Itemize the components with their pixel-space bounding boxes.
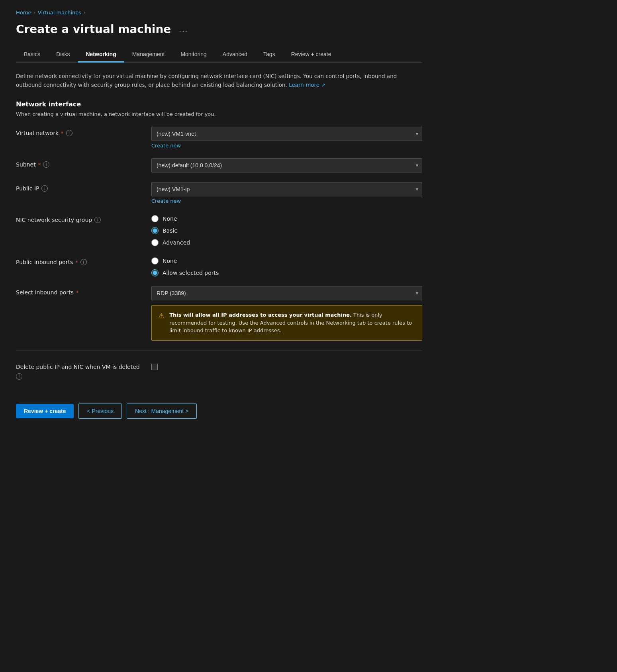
virtual-network-row: Virtual network * i (new) VM1-vnet ▾ Cre… xyxy=(16,127,422,149)
inbound-ports-select-wrapper: RDP (3389) ▾ xyxy=(151,286,422,300)
public-ip-create-new-link[interactable]: Create new xyxy=(151,198,422,204)
public-ip-row: Public IP i (new) VM1-ip ▾ Create new xyxy=(16,182,422,204)
virtual-network-control: (new) VM1-vnet ▾ Create new xyxy=(151,127,422,149)
review-create-button[interactable]: Review + create xyxy=(16,404,74,418)
subnet-info-icon[interactable]: i xyxy=(43,161,49,168)
nic-nsg-row: NIC network security group i None Basic … xyxy=(16,214,422,246)
public-inbound-ports-radio-group: None Allow selected ports xyxy=(151,256,422,276)
inbound-ports-none-option[interactable]: None xyxy=(151,257,422,264)
virtual-network-info-icon[interactable]: i xyxy=(66,130,72,136)
breadcrumb: Home › Virtual machines › xyxy=(16,10,422,16)
subnet-row: Subnet * i (new) default (10.0.0.0/24) ▾ xyxy=(16,158,422,172)
nic-nsg-basic-option[interactable]: Basic xyxy=(151,227,422,234)
inbound-ports-required: * xyxy=(75,259,78,265)
public-ip-select-wrapper: (new) VM1-ip ▾ xyxy=(151,182,422,196)
nic-nsg-basic-radio[interactable] xyxy=(151,227,159,234)
section-title: Network interface xyxy=(16,100,422,108)
inbound-ports-allow-label: Allow selected ports xyxy=(163,270,219,276)
learn-more-link[interactable]: Learn more ↗ xyxy=(289,82,326,88)
nic-nsg-radio-group: None Basic Advanced xyxy=(151,214,422,246)
breadcrumb-sep2: › xyxy=(84,10,85,15)
warning-text: This will allow all IP addresses to acce… xyxy=(169,311,415,335)
nic-nsg-label: NIC network security group i xyxy=(16,214,143,223)
previous-button[interactable]: < Previous xyxy=(78,404,122,419)
tab-disks[interactable]: Disks xyxy=(48,47,78,63)
subnet-select[interactable]: (new) default (10.0.0.0/24) xyxy=(151,158,422,172)
virtual-network-label: Virtual network * i xyxy=(16,127,143,136)
nic-nsg-none-radio[interactable] xyxy=(151,215,159,222)
breadcrumb-home[interactable]: Home xyxy=(16,10,31,16)
select-inbound-ports-control: RDP (3389) ▾ ⚠ This will allow all IP ad… xyxy=(151,286,422,341)
public-inbound-ports-info-icon[interactable]: i xyxy=(80,259,87,265)
inbound-ports-select[interactable]: RDP (3389) xyxy=(151,286,422,300)
divider xyxy=(16,350,422,351)
subnet-select-wrapper: (new) default (10.0.0.0/24) ▾ xyxy=(151,158,422,172)
breadcrumb-virtual-machines[interactable]: Virtual machines xyxy=(38,10,81,16)
tab-review-create[interactable]: Review + create xyxy=(283,47,339,63)
public-inbound-ports-row: Public inbound ports * i None Allow sele… xyxy=(16,256,422,276)
warning-icon: ⚠ xyxy=(158,312,165,320)
breadcrumb-sep1: › xyxy=(33,10,35,15)
tab-management[interactable]: Management xyxy=(124,47,173,63)
section-description: When creating a virtual machine, a netwo… xyxy=(16,111,422,117)
select-inbound-ports-label: Select inbound ports * xyxy=(16,286,143,296)
delete-public-ip-checkbox[interactable] xyxy=(151,364,158,370)
footer-actions: Review + create < Previous Next : Manage… xyxy=(16,396,422,419)
next-button[interactable]: Next : Management > xyxy=(127,404,197,419)
public-ip-label: Public IP i xyxy=(16,182,143,192)
required-indicator: * xyxy=(61,130,64,136)
public-inbound-ports-control: None Allow selected ports xyxy=(151,256,422,276)
tab-bar: Basics Disks Networking Management Monit… xyxy=(16,47,422,63)
delete-public-ip-row: Delete public IP and NIC when VM is dele… xyxy=(16,362,422,380)
delete-public-ip-info-icon[interactable]: i xyxy=(16,373,22,380)
delete-public-ip-label-container: Delete public IP and NIC when VM is dele… xyxy=(16,362,143,380)
subnet-required-indicator: * xyxy=(38,162,41,168)
nic-nsg-advanced-label: Advanced xyxy=(163,239,190,246)
nic-nsg-basic-label: Basic xyxy=(163,227,177,234)
delete-public-ip-control xyxy=(151,362,422,370)
nic-nsg-advanced-radio[interactable] xyxy=(151,239,159,246)
select-inbound-ports-row: Select inbound ports * RDP (3389) ▾ ⚠ Th… xyxy=(16,286,422,341)
page-description: Define network connectivity for your vir… xyxy=(16,72,422,89)
warning-box: ⚠ This will allow all IP addresses to ac… xyxy=(151,305,422,341)
nic-nsg-info-icon[interactable]: i xyxy=(94,217,101,223)
more-options-button[interactable]: ... xyxy=(176,24,191,35)
virtual-network-select-wrapper: (new) VM1-vnet ▾ xyxy=(151,127,422,141)
inbound-ports-allow-radio[interactable] xyxy=(151,269,159,276)
subnet-control: (new) default (10.0.0.0/24) ▾ xyxy=(151,158,422,172)
tab-tags[interactable]: Tags xyxy=(255,47,283,63)
tab-advanced[interactable]: Advanced xyxy=(215,47,255,63)
tab-monitoring[interactable]: Monitoring xyxy=(172,47,214,63)
inbound-ports-none-label: None xyxy=(163,258,177,264)
delete-public-ip-checkbox-item xyxy=(151,362,422,370)
public-ip-control: (new) VM1-ip ▾ Create new xyxy=(151,182,422,204)
nic-nsg-advanced-option[interactable]: Advanced xyxy=(151,239,422,246)
page-title: Create a virtual machine xyxy=(16,23,171,36)
nic-nsg-none-label: None xyxy=(163,216,177,222)
public-inbound-ports-label: Public inbound ports * i xyxy=(16,256,143,265)
tab-basics[interactable]: Basics xyxy=(16,47,48,63)
nic-nsg-none-option[interactable]: None xyxy=(151,215,422,222)
inbound-ports-none-radio[interactable] xyxy=(151,257,159,264)
page-header: Create a virtual machine ... xyxy=(16,23,422,36)
inbound-ports-allow-option[interactable]: Allow selected ports xyxy=(151,269,422,276)
virtual-network-create-new-link[interactable]: Create new xyxy=(151,143,422,149)
delete-public-ip-label: Delete public IP and NIC when VM is dele… xyxy=(16,363,143,380)
public-ip-select[interactable]: (new) VM1-ip xyxy=(151,182,422,196)
public-ip-info-icon[interactable]: i xyxy=(41,185,48,192)
tab-networking[interactable]: Networking xyxy=(78,47,124,63)
subnet-label: Subnet * i xyxy=(16,158,143,168)
virtual-network-select[interactable]: (new) VM1-vnet xyxy=(151,127,422,141)
select-ports-required: * xyxy=(76,290,79,296)
nic-nsg-control: None Basic Advanced xyxy=(151,214,422,246)
